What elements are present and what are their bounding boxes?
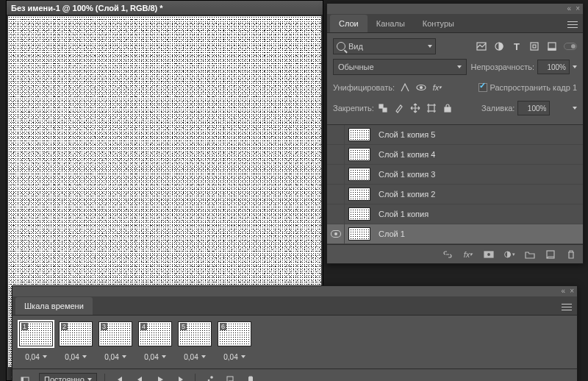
layer-row[interactable]: Слой 1 копия 3	[327, 165, 583, 185]
group-icon[interactable]	[524, 249, 536, 260]
lock-all-icon[interactable]	[442, 103, 453, 113]
close-icon[interactable]: ×	[576, 5, 580, 13]
layer-thumbnail[interactable]	[345, 145, 374, 164]
fx-icon[interactable]: fx▾	[462, 249, 474, 260]
layer-row[interactable]: Слой 1	[327, 224, 583, 244]
visibility-toggle[interactable]	[327, 145, 345, 164]
convert-timeline-icon[interactable]	[18, 373, 32, 382]
frame-thumbnail[interactable]: 3	[98, 321, 132, 346]
frame-delay-select[interactable]: 0,04	[99, 351, 132, 363]
visibility-toggle[interactable]	[327, 185, 345, 204]
next-frame-icon[interactable]	[174, 373, 187, 382]
lock-pixels-icon[interactable]	[393, 103, 405, 113]
svg-rect-10	[429, 105, 434, 111]
layer-thumbnail[interactable]	[345, 165, 374, 184]
frame-delay-select[interactable]: 0,04	[139, 351, 171, 363]
image-filter-icon[interactable]	[476, 40, 487, 52]
filter-toggle[interactable]	[564, 43, 577, 50]
chevron-down-icon	[241, 355, 245, 358]
layer-row[interactable]: Слой 1 копия 4	[327, 145, 583, 165]
link-icon[interactable]	[442, 249, 453, 260]
tab-paths[interactable]: Контуры	[414, 15, 463, 32]
unify-style-icon[interactable]: fx▾	[431, 82, 443, 93]
lock-transparency-icon[interactable]	[377, 103, 389, 113]
hamburger-icon	[567, 21, 578, 29]
frame-thumbnail[interactable]: 2	[59, 321, 93, 346]
layer-name[interactable]: Слой 1 копия 3	[374, 170, 435, 179]
frame[interactable]: 10,04	[18, 321, 54, 363]
layer-row[interactable]: Слой 1 копия	[327, 204, 583, 224]
panel-menu-button[interactable]	[565, 18, 580, 32]
layer-thumbnail[interactable]	[345, 125, 374, 144]
close-icon[interactable]: ×	[570, 288, 574, 295]
visibility-toggle[interactable]	[327, 125, 345, 144]
hamburger-icon	[562, 304, 572, 311]
shape-filter-icon[interactable]	[528, 40, 540, 52]
svg-rect-9	[383, 108, 387, 112]
frame-delay-select[interactable]: 0,04	[60, 351, 92, 363]
chevron-down-icon[interactable]	[573, 65, 577, 68]
tab-channels[interactable]: Каналы	[368, 15, 414, 32]
layer-thumbnail[interactable]	[345, 185, 374, 204]
trash-icon[interactable]	[565, 249, 577, 260]
timeline-panel: « × Шкала времени 10,0420,0430,0440,0450…	[12, 285, 578, 381]
first-frame-icon[interactable]	[112, 373, 126, 382]
frame-delay-select[interactable]: 0,04	[20, 351, 52, 363]
visibility-toggle[interactable]	[327, 165, 345, 184]
layer-filter-input[interactable]	[348, 42, 392, 51]
tab-timeline[interactable]: Шкала времени	[15, 297, 93, 315]
delete-frame-icon[interactable]	[244, 373, 257, 382]
visibility-toggle[interactable]	[327, 204, 345, 224]
frame-thumbnail[interactable]: 5	[178, 321, 212, 346]
layer-thumbnail[interactable]	[345, 204, 374, 224]
play-icon[interactable]	[154, 373, 167, 382]
blend-mode-select[interactable]: Обычные	[333, 59, 467, 75]
frame[interactable]: 20,04	[58, 321, 93, 363]
layer-row[interactable]: Слой 1 копия 5	[327, 125, 583, 145]
fill-input[interactable]: 100%	[517, 101, 550, 115]
layer-name[interactable]: Слой 1 копия 2	[374, 190, 435, 199]
new-layer-icon[interactable]	[545, 249, 556, 260]
visibility-toggle[interactable]	[327, 224, 345, 243]
tween-icon[interactable]	[203, 373, 216, 382]
layer-name[interactable]: Слой 1 копия	[374, 210, 429, 218]
frame[interactable]: 50,04	[177, 321, 212, 363]
document-titlebar[interactable]: Без имени-1 @ 100% (Слой 1, RGB/8) *	[7, 1, 323, 15]
duplicate-frame-icon[interactable]	[223, 373, 237, 382]
frame[interactable]: 40,04	[137, 321, 173, 363]
layer-thumbnail[interactable]	[345, 224, 374, 243]
panel-menu-button[interactable]	[559, 300, 574, 315]
adjustment-icon[interactable]: ▾	[503, 249, 515, 260]
lock-position-icon[interactable]	[409, 103, 421, 113]
lock-artboard-icon[interactable]	[426, 103, 437, 113]
frame-delay-select[interactable]: 0,04	[218, 351, 251, 363]
smart-filter-icon[interactable]	[546, 40, 558, 52]
collapse-icon[interactable]: «	[562, 288, 566, 295]
layer-name[interactable]: Слой 1 копия 5	[374, 130, 435, 139]
frame[interactable]: 30,04	[98, 321, 133, 363]
frame-thumbnail[interactable]: 4	[138, 321, 172, 346]
tab-layers[interactable]: Слои	[330, 15, 368, 32]
propagate-checkbox[interactable]	[478, 83, 487, 92]
lock-label: Закрепить:	[333, 104, 374, 113]
type-filter-icon[interactable]: T	[511, 40, 523, 52]
loop-mode-select[interactable]: Постоянно	[39, 373, 97, 382]
adjustment-filter-icon[interactable]	[493, 40, 505, 52]
mask-icon[interactable]	[483, 249, 495, 260]
collapse-icon[interactable]: «	[567, 5, 572, 13]
frame-thumbnail[interactable]: 1	[19, 321, 53, 346]
frame-thumbnail[interactable]: 6	[218, 321, 251, 346]
prev-frame-icon[interactable]	[133, 373, 146, 382]
layer-name[interactable]: Слой 1 копия 4	[374, 150, 435, 159]
fill-label: Заливка:	[481, 104, 514, 113]
unify-visibility-icon[interactable]	[415, 82, 427, 93]
opacity-input[interactable]: 100%	[537, 60, 570, 74]
layer-row[interactable]: Слой 1 копия 2	[327, 185, 583, 204]
layer-filter-select[interactable]	[333, 38, 436, 54]
chevron-down-icon[interactable]	[573, 107, 577, 110]
frame[interactable]: 60,04	[217, 321, 252, 363]
layer-name[interactable]: Слой 1	[374, 229, 405, 238]
unify-position-icon[interactable]	[399, 82, 411, 93]
frame-delay-select[interactable]: 0,04	[179, 351, 211, 363]
unify-label: Унифицировать:	[333, 83, 395, 92]
